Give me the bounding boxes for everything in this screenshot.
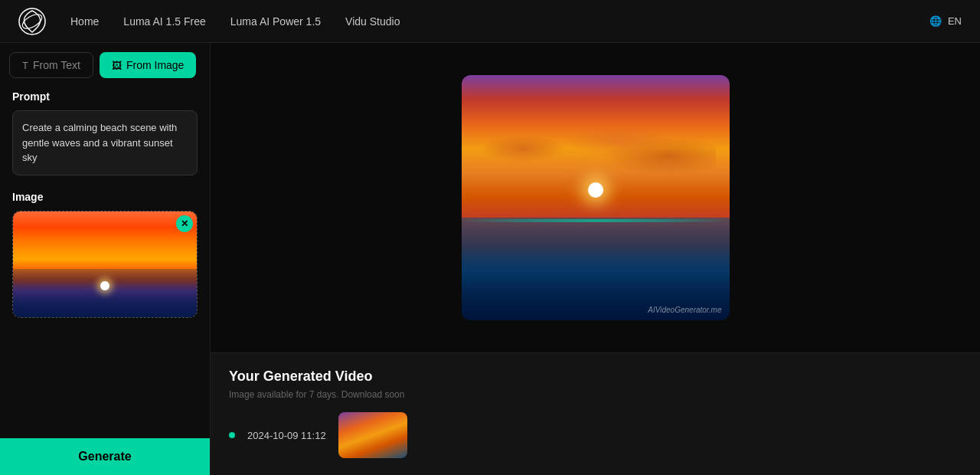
nav-home[interactable]: Home	[70, 15, 99, 28]
locale-label: EN	[948, 15, 962, 27]
tab-row: T From Text 🖼 From Image	[0, 43, 210, 78]
sun	[588, 182, 603, 198]
tab-from-image[interactable]: 🖼 From Image	[100, 52, 196, 78]
svg-point-0	[19, 8, 45, 34]
remove-image-button[interactable]: ✕	[176, 215, 193, 232]
generated-video-title: Your Generated Video	[229, 369, 962, 385]
nav-luma-power[interactable]: Luma AI Power 1.5	[230, 15, 321, 28]
main-nav: Home Luma AI 1.5 Free Luma AI Power 1.5 …	[70, 15, 929, 28]
tab-from-text[interactable]: T From Text	[9, 52, 93, 78]
from-image-label: From Image	[126, 59, 184, 71]
video-timestamp: 2024-10-09 11:12	[247, 430, 326, 441]
image-preview	[12, 211, 198, 318]
bottom-panel: Your Generated Video Image available for…	[211, 352, 980, 475]
nav-vidu[interactable]: Vidu Studio	[345, 15, 400, 28]
svg-point-1	[20, 11, 44, 31]
prompt-text[interactable]: Create a calming beach scene with gentle…	[12, 110, 198, 175]
sidebar-content: Prompt Create a calming beach scene with…	[0, 78, 210, 475]
video-thumbnail[interactable]	[338, 412, 407, 458]
main-layout: T From Text 🖼 From Image Prompt Create a…	[0, 43, 980, 475]
sidebar: T From Text 🖼 From Image Prompt Create a…	[0, 43, 211, 475]
from-text-label: From Text	[33, 59, 80, 71]
generated-video-subtitle: Image available for 7 days. Download soo…	[229, 389, 962, 400]
watermark: AIVideoGenerator.me	[648, 306, 721, 314]
wave	[462, 219, 730, 222]
video-thumb-image	[338, 412, 407, 458]
sunset-thumbnail	[13, 211, 197, 317]
image-tab-icon: 🖼	[112, 60, 122, 71]
generate-button[interactable]: Generate	[0, 438, 210, 475]
text-tab-icon: T	[22, 60, 28, 71]
image-label: Image	[12, 191, 198, 203]
nav-luma-free[interactable]: Luma AI 1.5 Free	[123, 15, 205, 28]
main-image-container: AIVideoGenerator.me	[462, 75, 730, 320]
video-list: 2024-10-09 11:12	[229, 412, 962, 458]
status-dot	[229, 432, 235, 438]
main-image-area: AIVideoGenerator.me	[211, 43, 980, 352]
globe-icon: 🌐	[929, 15, 942, 27]
prompt-label: Prompt	[12, 90, 198, 103]
header-locale[interactable]: 🌐 EN	[929, 15, 962, 27]
header: Home Luma AI 1.5 Free Luma AI Power 1.5 …	[0, 0, 980, 43]
logo[interactable]	[18, 8, 46, 35]
content-area: AIVideoGenerator.me Your Generated Video…	[211, 43, 980, 475]
image-preview-wrapper: ✕	[12, 211, 198, 318]
main-sunset-image	[462, 75, 730, 320]
